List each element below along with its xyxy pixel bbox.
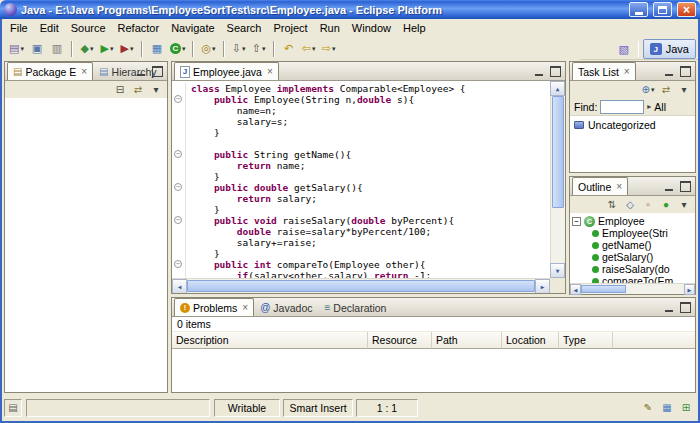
maximize-view-button[interactable] bbox=[678, 65, 693, 78]
java-perspective-button[interactable]: J Java bbox=[643, 39, 696, 59]
view-menu-button[interactable]: ▾ bbox=[676, 82, 692, 98]
editor-vertical-scrollbar[interactable]: ▲ ▼ bbox=[550, 81, 565, 278]
outline-node-employee[interactable]: −CEmployee bbox=[572, 215, 693, 227]
status-trim-c-button[interactable]: ⊞ bbox=[678, 400, 694, 416]
status-trim-b-button[interactable]: ▦ bbox=[659, 400, 675, 416]
scroll-left-icon[interactable]: ◀ bbox=[172, 279, 187, 293]
outline-node[interactable]: getName() bbox=[572, 239, 693, 251]
hide-fields-button[interactable]: ◇ bbox=[622, 197, 638, 213]
collapse-fold-icon[interactable]: − bbox=[174, 183, 182, 191]
column-header-description[interactable]: Description bbox=[172, 332, 368, 349]
menu-run[interactable]: Run bbox=[314, 21, 346, 35]
collapse-fold-icon[interactable]: − bbox=[174, 95, 182, 103]
maximize-view-button[interactable] bbox=[678, 301, 693, 314]
scroll-left-icon[interactable]: ◀ bbox=[570, 284, 581, 295]
close-tab-icon[interactable]: × bbox=[267, 66, 273, 77]
hide-non-public-members-button[interactable]: ● bbox=[658, 197, 674, 213]
code-line[interactable]: − public void raiseSalary(double byPerce… bbox=[172, 215, 550, 226]
scroll-down-icon[interactable]: ▼ bbox=[550, 263, 565, 278]
minimize-view-button[interactable] bbox=[661, 65, 676, 78]
code-line[interactable]: class Employee implements Comparable<Emp… bbox=[172, 83, 550, 94]
code-line[interactable]: − public String getName(){ bbox=[172, 149, 550, 160]
fast-view-bar[interactable]: ▤ bbox=[4, 399, 22, 417]
code-line[interactable]: salary=s; bbox=[172, 116, 550, 127]
menu-edit[interactable]: Edit bbox=[34, 21, 65, 35]
minimize-button[interactable] bbox=[629, 2, 648, 17]
code-line[interactable] bbox=[172, 138, 550, 149]
task-category-row[interactable]: Uncategorized bbox=[570, 116, 695, 134]
vertical-scroll-thumb[interactable] bbox=[552, 96, 564, 208]
outline-node[interactable]: Employee(Stri bbox=[572, 227, 693, 239]
code-line[interactable]: return name; bbox=[172, 160, 550, 171]
menu-help[interactable]: Help bbox=[397, 21, 432, 35]
run-button[interactable]: ▶▾ bbox=[97, 39, 117, 59]
column-header-resource[interactable]: Resource bbox=[368, 332, 432, 349]
maximize-view-button[interactable] bbox=[150, 65, 165, 78]
fold-marker[interactable]: − bbox=[172, 149, 186, 160]
scroll-right-icon[interactable]: ▶ bbox=[535, 279, 550, 293]
close-tab-icon[interactable]: × bbox=[81, 66, 87, 77]
new-wizard-button[interactable]: ▤▾ bbox=[6, 39, 27, 59]
debug-button[interactable]: ◆▾ bbox=[77, 39, 97, 59]
forward-button[interactable]: ⇨▾ bbox=[319, 39, 339, 59]
new-java-class-button[interactable]: C▾ bbox=[167, 39, 189, 59]
editor-horizontal-scrollbar[interactable]: ◀ ▶ bbox=[172, 278, 550, 293]
last-edit-location-button[interactable]: ↶ bbox=[279, 39, 299, 59]
close-tab-icon[interactable]: × bbox=[624, 66, 630, 77]
code-line[interactable]: salary+=raise; bbox=[172, 237, 550, 248]
close-tab-icon[interactable]: × bbox=[242, 302, 248, 313]
run-external-tools-button[interactable]: ▶▾ bbox=[117, 39, 137, 59]
scroll-up-icon[interactable]: ▲ bbox=[550, 81, 565, 96]
new-task-button[interactable]: ⊕▾ bbox=[640, 82, 656, 98]
package-explorer-content[interactable] bbox=[5, 98, 167, 392]
view-tab-javadoc[interactable]: @Javadoc bbox=[254, 298, 318, 316]
save-button[interactable]: ▣ bbox=[27, 39, 47, 59]
outline-horizontal-scrollbar[interactable]: ◀ ▶ bbox=[570, 283, 695, 294]
minimize-view-button[interactable] bbox=[661, 180, 676, 193]
column-header-location[interactable]: Location bbox=[502, 332, 559, 349]
fold-marker[interactable]: − bbox=[172, 94, 186, 105]
link-with-editor-button[interactable]: ⇄ bbox=[130, 82, 146, 98]
code-line[interactable]: − public int compareTo(Employee other){ bbox=[172, 259, 550, 270]
minimize-view-button[interactable] bbox=[133, 65, 148, 78]
menu-project[interactable]: Project bbox=[267, 21, 313, 35]
print-button[interactable]: ▥ bbox=[47, 39, 67, 59]
maximize-view-button[interactable] bbox=[678, 180, 693, 193]
outline-content[interactable]: −CEmployeeEmployee(StrigetName()getSalar… bbox=[570, 213, 695, 283]
menu-file[interactable]: File bbox=[4, 21, 34, 35]
code-line[interactable]: return salary; bbox=[172, 193, 550, 204]
open-perspective-button[interactable]: ▧ bbox=[614, 39, 634, 59]
tasklist-content[interactable]: Uncategorized bbox=[570, 116, 695, 172]
outline-node[interactable]: getSalary() bbox=[572, 251, 693, 263]
search-button[interactable]: ◎▾ bbox=[198, 39, 218, 59]
view-tab-task-list[interactable]: Task List× bbox=[572, 62, 636, 80]
code-line[interactable]: } bbox=[172, 171, 550, 182]
view-menu-button[interactable]: ▾ bbox=[148, 82, 164, 98]
back-button[interactable]: ⇦▾ bbox=[299, 39, 319, 59]
minimize-view-button[interactable] bbox=[661, 301, 676, 314]
outline-node[interactable]: raiseSalary(do bbox=[572, 263, 693, 275]
tree-expander-icon[interactable]: − bbox=[572, 217, 581, 226]
code-line[interactable]: if(salary<other.salary) return -1; bbox=[172, 270, 550, 278]
editor-tab-employee-java[interactable]: JEmployee.java× bbox=[174, 62, 279, 80]
code-line[interactable]: − public Employee(String n,double s){ bbox=[172, 94, 550, 105]
column-header-type[interactable]: Type bbox=[559, 332, 613, 349]
menu-refactor[interactable]: Refactor bbox=[112, 21, 166, 35]
fold-marker[interactable]: − bbox=[172, 259, 186, 270]
minimize-view-button[interactable] bbox=[531, 65, 546, 78]
collapse-fold-icon[interactable]: − bbox=[174, 216, 182, 224]
maximize-button[interactable] bbox=[653, 2, 672, 17]
scope-arrow-icon[interactable]: ▸ bbox=[647, 102, 651, 111]
scope-all-label[interactable]: All bbox=[654, 101, 666, 113]
code-line[interactable]: − public double getSalary(){ bbox=[172, 182, 550, 193]
close-tab-icon[interactable]: × bbox=[616, 181, 622, 192]
editor-code[interactable]: class Employee implements Comparable<Emp… bbox=[172, 83, 550, 278]
maximize-view-button[interactable] bbox=[548, 65, 563, 78]
code-line[interactable]: double raise=salary*byPercent/100; bbox=[172, 226, 550, 237]
menu-search[interactable]: Search bbox=[221, 21, 268, 35]
menu-window[interactable]: Window bbox=[346, 21, 397, 35]
horizontal-scroll-thumb[interactable] bbox=[187, 280, 535, 292]
view-tab-outline[interactable]: Outline× bbox=[572, 177, 628, 195]
view-tab-package-e[interactable]: ▤Package E× bbox=[7, 62, 93, 80]
status-trim-a-button[interactable]: ✎ bbox=[640, 400, 656, 416]
